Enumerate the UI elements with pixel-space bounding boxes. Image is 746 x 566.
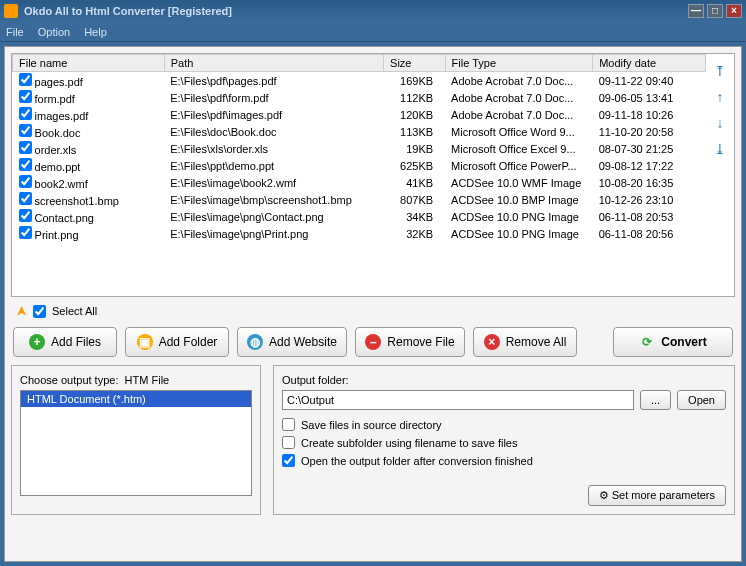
col-size[interactable]: Size bbox=[384, 55, 446, 72]
table-row[interactable]: Print.pngE:\Files\image\png\Print.png32K… bbox=[13, 225, 706, 242]
create-subfolder-checkbox[interactable] bbox=[282, 436, 295, 449]
move-down-icon[interactable]: ↓ bbox=[711, 114, 729, 132]
output-folder-input[interactable] bbox=[282, 390, 634, 410]
row-checkbox[interactable] bbox=[19, 209, 32, 222]
table-row[interactable]: book2.wmfE:\Files\image\book2.wmf41KBACD… bbox=[13, 174, 706, 191]
action-buttons: +Add Files ▣Add Folder ◍Add Website –Rem… bbox=[11, 327, 735, 357]
row-checkbox[interactable] bbox=[19, 158, 32, 171]
bottom-panels: Choose output type: HTM File HTML Docume… bbox=[11, 365, 735, 515]
output-type-option[interactable]: HTML Document (*.htm) bbox=[21, 391, 251, 407]
menubar: File Option Help bbox=[0, 22, 746, 42]
menu-file[interactable]: File bbox=[6, 26, 24, 38]
browse-button[interactable]: ... bbox=[640, 390, 671, 410]
save-in-source-checkbox[interactable] bbox=[282, 418, 295, 431]
move-top-icon[interactable]: ⤒ bbox=[711, 62, 729, 80]
window-title: Okdo All to Html Converter [Registered] bbox=[24, 5, 232, 17]
close-button[interactable]: × bbox=[726, 4, 742, 18]
menu-option[interactable]: Option bbox=[38, 26, 70, 38]
table-row[interactable]: form.pdfE:\Files\pdf\form.pdf112KBAdobe … bbox=[13, 89, 706, 106]
add-website-button[interactable]: ◍Add Website bbox=[237, 327, 347, 357]
set-more-parameters-button[interactable]: ⚙ Set more parameters bbox=[588, 485, 726, 506]
maximize-button[interactable]: □ bbox=[707, 4, 723, 18]
move-bottom-icon[interactable]: ⤓ bbox=[711, 140, 729, 158]
open-after-checkbox[interactable] bbox=[282, 454, 295, 467]
col-modifydate[interactable]: Modify date bbox=[593, 55, 706, 72]
table-row[interactable]: Contact.pngE:\Files\image\png\Contact.pn… bbox=[13, 208, 706, 225]
row-checkbox[interactable] bbox=[19, 141, 32, 154]
titlebar: Okdo All to Html Converter [Registered] … bbox=[0, 0, 746, 22]
output-type-current: HTM File bbox=[125, 374, 170, 386]
menu-help[interactable]: Help bbox=[84, 26, 107, 38]
app-logo-icon bbox=[4, 4, 18, 18]
minus-icon: – bbox=[365, 334, 381, 350]
row-checkbox[interactable] bbox=[19, 175, 32, 188]
remove-all-button[interactable]: ×Remove All bbox=[473, 327, 577, 357]
row-checkbox[interactable] bbox=[19, 90, 32, 103]
plus-icon: + bbox=[29, 334, 45, 350]
row-checkbox[interactable] bbox=[19, 107, 32, 120]
select-all-label: Select All bbox=[52, 305, 97, 317]
save-in-source-label: Save files in source directory bbox=[301, 419, 442, 431]
folder-icon: ▣ bbox=[137, 334, 153, 350]
output-folder-label: Output folder: bbox=[282, 374, 726, 386]
table-row[interactable]: demo.pptE:\Files\ppt\demo.ppt625KBMicros… bbox=[13, 157, 706, 174]
create-subfolder-label: Create subfolder using filename to save … bbox=[301, 437, 517, 449]
add-folder-button[interactable]: ▣Add Folder bbox=[125, 327, 229, 357]
row-checkbox[interactable] bbox=[19, 124, 32, 137]
table-row[interactable]: Book.docE:\Files\doc\Book.doc113KBMicros… bbox=[13, 123, 706, 140]
move-up-icon[interactable]: ↑ bbox=[711, 88, 729, 106]
x-icon: × bbox=[484, 334, 500, 350]
file-table: File name Path Size File Type Modify dat… bbox=[12, 54, 706, 242]
table-row[interactable]: screenshot1.bmpE:\Files\image\bmp\screen… bbox=[13, 191, 706, 208]
row-checkbox[interactable] bbox=[19, 226, 32, 239]
open-after-label: Open the output folder after conversion … bbox=[301, 455, 533, 467]
convert-icon: ⟳ bbox=[639, 334, 655, 350]
output-type-panel: Choose output type: HTM File HTML Docume… bbox=[11, 365, 261, 515]
output-type-list[interactable]: HTML Document (*.htm) bbox=[20, 390, 252, 496]
select-all-checkbox[interactable] bbox=[33, 305, 46, 318]
col-filename[interactable]: File name bbox=[13, 55, 165, 72]
minimize-button[interactable]: — bbox=[688, 4, 704, 18]
convert-button[interactable]: ⟳Convert bbox=[613, 327, 733, 357]
row-checkbox[interactable] bbox=[19, 192, 32, 205]
row-checkbox[interactable] bbox=[19, 73, 32, 86]
table-row[interactable]: order.xlsE:\Files\xls\order.xls19KBMicro… bbox=[13, 140, 706, 157]
reorder-arrows: ⤒ ↑ ↓ ⤓ bbox=[706, 54, 734, 296]
file-list: File name Path Size File Type Modify dat… bbox=[11, 53, 735, 297]
table-row[interactable]: pages.pdfE:\Files\pdf\pages.pdf169KBAdob… bbox=[13, 72, 706, 90]
output-type-label: Choose output type: bbox=[20, 374, 118, 386]
col-path[interactable]: Path bbox=[164, 55, 383, 72]
table-row[interactable]: images.pdfE:\Files\pdf\images.pdf120KBAd… bbox=[13, 106, 706, 123]
col-filetype[interactable]: File Type bbox=[445, 55, 593, 72]
add-files-button[interactable]: +Add Files bbox=[13, 327, 117, 357]
globe-icon: ◍ bbox=[247, 334, 263, 350]
open-button[interactable]: Open bbox=[677, 390, 726, 410]
up-arrow-icon: ➤ bbox=[13, 305, 29, 317]
main-panel: File name Path Size File Type Modify dat… bbox=[4, 46, 742, 562]
select-all-row: ➤ Select All bbox=[11, 297, 735, 327]
remove-file-button[interactable]: –Remove File bbox=[355, 327, 465, 357]
output-folder-panel: Output folder: ... Open Save files in so… bbox=[273, 365, 735, 515]
